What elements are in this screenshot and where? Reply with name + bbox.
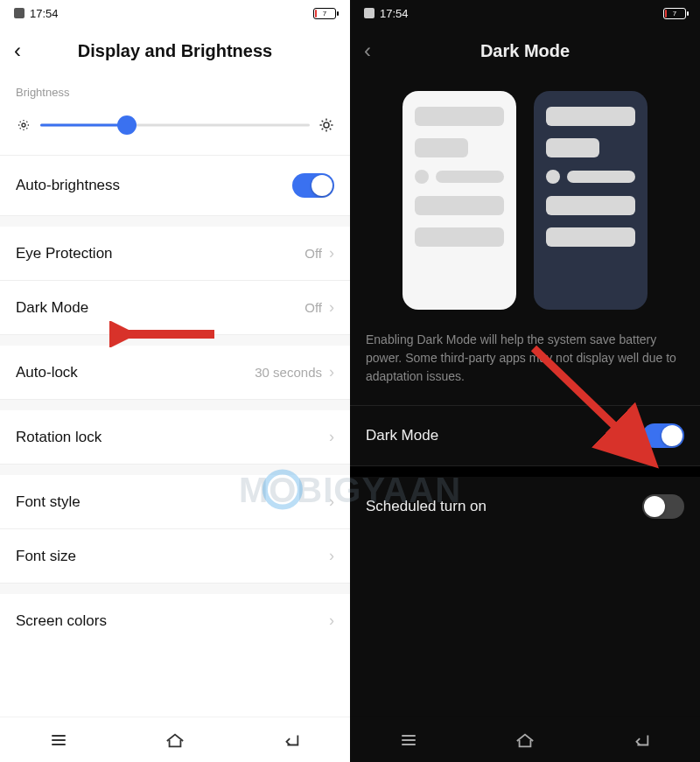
nav-back-button[interactable] bbox=[280, 731, 303, 749]
dark-mode-toggle-label: Dark Mode bbox=[366, 427, 438, 444]
section-divider bbox=[0, 216, 350, 227]
screen-colors-row[interactable]: Screen colors › bbox=[0, 594, 350, 647]
svg-point-1 bbox=[324, 122, 329, 128]
font-size-row[interactable]: Font size › bbox=[0, 529, 350, 584]
font-size-label: Font size bbox=[16, 548, 76, 565]
nav-bar bbox=[0, 717, 350, 762]
nav-home-button[interactable] bbox=[514, 731, 536, 749]
eye-protection-row[interactable]: Eye Protection Off › bbox=[0, 227, 350, 281]
dark-mode-row[interactable]: Dark Mode Off › bbox=[0, 281, 350, 335]
sim-icon bbox=[14, 8, 24, 18]
auto-lock-label: Auto-lock bbox=[16, 364, 78, 381]
section-divider bbox=[350, 466, 700, 477]
chevron-right-icon: › bbox=[329, 363, 334, 381]
brightness-slider-thumb[interactable] bbox=[117, 115, 136, 135]
rotation-lock-row[interactable]: Rotation lock › bbox=[0, 410, 350, 465]
status-time: 17:54 bbox=[30, 7, 59, 20]
screen-colors-label: Screen colors bbox=[16, 612, 107, 630]
brightness-slider-row bbox=[0, 104, 350, 156]
auto-lock-row[interactable]: Auto-lock 30 seconds › bbox=[0, 346, 350, 400]
nav-recent-button[interactable] bbox=[47, 731, 70, 749]
nav-recent-button[interactable] bbox=[397, 731, 420, 749]
title-bar: ‹ Dark Mode bbox=[350, 26, 700, 75]
dark-mode-description: Enabling Dark Mode will help the system … bbox=[350, 318, 700, 406]
settings-content: Brightness Auto-brightness Eye Protectio… bbox=[0, 75, 350, 717]
auto-brightness-toggle[interactable] bbox=[292, 173, 334, 198]
section-divider bbox=[0, 584, 350, 594]
section-divider bbox=[0, 400, 350, 410]
nav-bar bbox=[350, 717, 700, 762]
svg-point-0 bbox=[22, 123, 25, 127]
status-bar: 17:54 7 bbox=[0, 0, 350, 26]
brightness-high-icon bbox=[318, 117, 334, 133]
battery-icon: 7 bbox=[313, 8, 336, 19]
status-time: 17:54 bbox=[380, 7, 409, 20]
chevron-right-icon: › bbox=[329, 428, 334, 446]
nav-home-button[interactable] bbox=[164, 731, 186, 749]
dark-mode-toggle[interactable] bbox=[642, 423, 684, 448]
battery-icon: 7 bbox=[663, 8, 686, 19]
font-style-label: Font style bbox=[16, 493, 80, 511]
auto-brightness-row[interactable]: Auto-brightness bbox=[0, 156, 350, 216]
chevron-right-icon: › bbox=[329, 612, 334, 630]
auto-lock-value: 30 seconds bbox=[255, 365, 322, 380]
chevron-right-icon: › bbox=[329, 547, 334, 565]
page-title: Dark Mode bbox=[350, 41, 700, 61]
scheduled-label: Scheduled turn on bbox=[366, 498, 486, 515]
dark-theme-preview[interactable] bbox=[534, 91, 648, 310]
status-bar: 17:54 7 bbox=[350, 0, 700, 26]
theme-preview bbox=[350, 75, 700, 318]
dark-mode-toggle-row[interactable]: Dark Mode bbox=[350, 406, 700, 466]
eye-protection-value: Off bbox=[304, 246, 322, 261]
dark-mode-content: Enabling Dark Mode will help the system … bbox=[350, 75, 700, 717]
nav-back-button[interactable] bbox=[630, 731, 653, 749]
brightness-label: Brightness bbox=[0, 75, 350, 104]
chevron-right-icon: › bbox=[329, 298, 334, 317]
dark-mode-label: Dark Mode bbox=[16, 299, 88, 317]
brightness-low-icon bbox=[16, 117, 32, 133]
auto-brightness-label: Auto-brightness bbox=[16, 177, 120, 194]
dark-mode-value: Off bbox=[304, 300, 322, 315]
rotation-lock-label: Rotation lock bbox=[16, 429, 102, 446]
eye-protection-label: Eye Protection bbox=[16, 245, 113, 262]
light-theme-preview[interactable] bbox=[402, 91, 516, 310]
section-divider bbox=[0, 465, 350, 475]
sim-icon bbox=[364, 8, 374, 18]
brightness-slider[interactable] bbox=[40, 116, 310, 134]
section-divider bbox=[0, 335, 350, 346]
font-style-row[interactable]: Font style › bbox=[0, 475, 350, 529]
phone-display-brightness: 17:54 7 ‹ Display and Brightness Brightn… bbox=[0, 0, 350, 762]
title-bar: ‹ Display and Brightness bbox=[0, 26, 350, 75]
scheduled-turn-on-row[interactable]: Scheduled turn on bbox=[350, 477, 700, 536]
scheduled-toggle[interactable] bbox=[642, 494, 684, 519]
chevron-right-icon: › bbox=[329, 244, 334, 262]
phone-dark-mode: 17:54 7 ‹ Dark Mode bbox=[350, 0, 700, 762]
chevron-right-icon: › bbox=[329, 493, 334, 511]
page-title: Display and Brightness bbox=[0, 41, 350, 61]
